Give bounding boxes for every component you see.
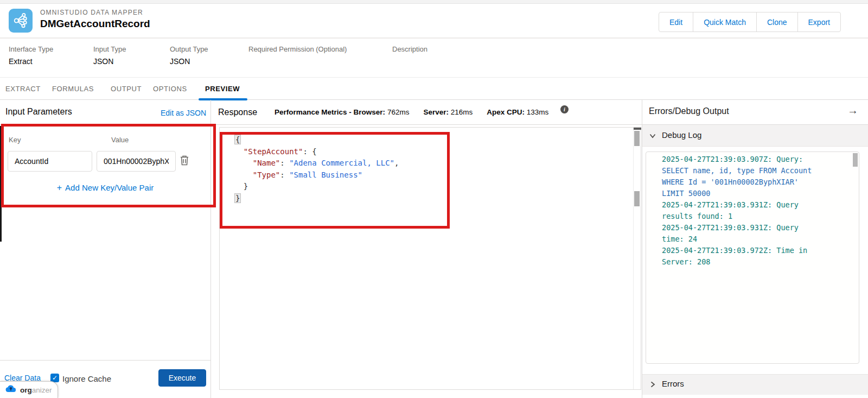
cloud-lock-icon xyxy=(5,384,17,395)
data-mapper-icon xyxy=(9,9,33,33)
tab-formulas[interactable]: FORMULAS xyxy=(52,85,94,93)
response-scrollbar-track xyxy=(633,128,634,389)
highlight-box-response-json xyxy=(220,132,450,229)
export-button[interactable]: Export xyxy=(797,12,841,32)
response-header: Response Performance Metrics - Browser: … xyxy=(218,100,563,124)
fan-out-nodes-icon xyxy=(11,11,30,30)
meta-description: Description xyxy=(392,45,427,57)
collapse-panel-arrow-icon[interactable]: → xyxy=(847,104,858,117)
tab-bar: EXTRACT FORMULAS OUTPUT OPTIONS PREVIEW xyxy=(0,77,868,100)
meta-required-permission: Required Permission (Optional) xyxy=(248,45,347,57)
response-scrollbar-thumb-mid[interactable] xyxy=(634,191,640,206)
debug-log-section-header[interactable]: Debug Log xyxy=(642,125,868,147)
tab-extract[interactable]: EXTRACT xyxy=(5,85,41,93)
organizer-label-bold: org xyxy=(20,386,32,394)
edit-button[interactable]: Edit xyxy=(659,12,693,32)
meta-interface-type: Interface Type Extract xyxy=(9,45,53,66)
edit-as-json-link[interactable]: Edit as JSON xyxy=(161,109,206,117)
organizer-extension-badge[interactable]: organizer xyxy=(0,381,58,398)
tab-output[interactable]: OUTPUT xyxy=(111,85,142,93)
highlight-box-input-parameters xyxy=(1,124,216,207)
errors-label: Errors xyxy=(662,379,684,388)
execute-button[interactable]: Execute xyxy=(158,369,206,387)
response-scrollbar-thumb-top[interactable] xyxy=(634,131,640,146)
meta-input-type: Input Type JSON xyxy=(93,45,126,66)
app-eyebrow: OMNISTUDIO DATA MAPPER xyxy=(40,9,143,16)
chevron-down-icon xyxy=(649,132,656,142)
page-title: DMGetAccountRecord xyxy=(40,18,150,30)
tab-preview[interactable]: PREVIEW xyxy=(205,85,240,93)
response-scrollbar-cap xyxy=(634,128,641,130)
omnistudio-data-mapper-screen: OMNISTUDIO DATA MAPPER DMGetAccountRecor… xyxy=(0,0,868,398)
info-icon[interactable]: i xyxy=(560,105,569,113)
metric-server: Server: 216ms xyxy=(423,108,473,116)
organizer-label-rest: anizer xyxy=(32,386,52,394)
tab-options[interactable]: OPTIONS xyxy=(153,85,187,93)
debug-log-text: 2025-04-27T21:39:03.907Z: Query: SELECT … xyxy=(662,154,852,268)
debug-log-scrollbar-thumb[interactable] xyxy=(853,153,858,167)
debug-log-label: Debug Log xyxy=(662,130,701,140)
header-action-group: Edit Quick Match Clone Export xyxy=(659,12,841,32)
errors-debug-output-title: Errors/Debug Output xyxy=(649,106,729,116)
meta-output-type: Output Type JSON xyxy=(170,45,208,66)
metric-browser: Performance Metrics - Browser: 762ms xyxy=(275,108,409,116)
metadata-row: Interface Type Extract Input Type JSON O… xyxy=(0,40,868,77)
ignore-cache-label: Ignore Cache xyxy=(62,374,111,383)
app-header: OMNISTUDIO DATA MAPPER DMGetAccountRecor… xyxy=(0,4,868,39)
quick-match-button[interactable]: Quick Match xyxy=(693,12,757,32)
chevron-right-icon xyxy=(649,381,656,390)
metric-apex-cpu: Apex CPU: 133ms xyxy=(487,108,548,116)
input-parameters-title: Input Parameters xyxy=(5,107,72,117)
left-panel-footer-divider xyxy=(0,360,210,361)
top-strip xyxy=(0,0,868,4)
response-title: Response xyxy=(218,108,257,117)
errors-section-header[interactable]: Errors xyxy=(642,374,868,395)
clone-button[interactable]: Clone xyxy=(756,12,798,32)
